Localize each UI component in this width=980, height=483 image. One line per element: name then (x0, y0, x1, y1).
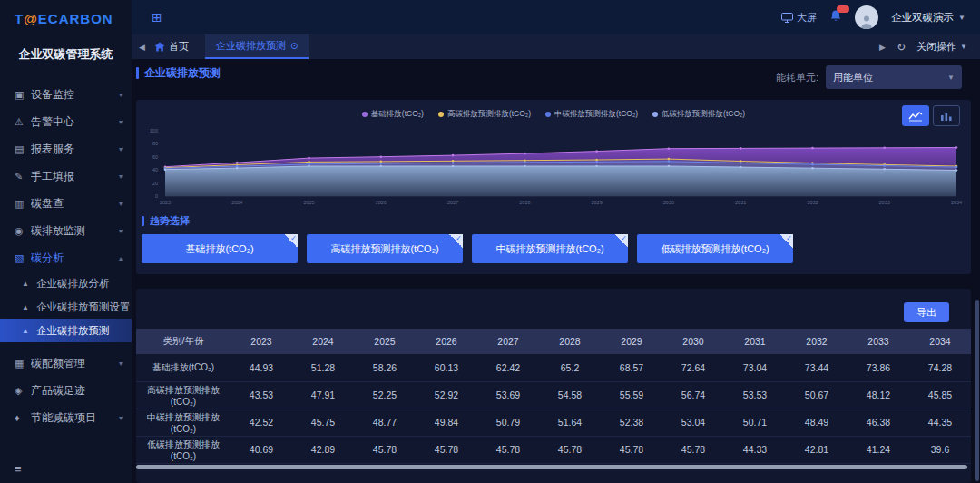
legend-dot-icon (362, 112, 368, 117)
svg-text:2026: 2026 (376, 200, 387, 205)
cell-value: 52.38 (601, 409, 662, 436)
sidebar-item[interactable]: ▥碳盘查▾ (0, 190, 132, 217)
sidebar-subitem[interactable]: ▲企业碳排放预测设置 (0, 295, 132, 319)
chart-legend: 基础排放(tCO₂)高碳排放预测排放(tCO₂)中碳排放预测排放(tCO₂)低碳… (136, 109, 971, 120)
big-screen-button[interactable]: 大屏 (781, 11, 817, 25)
sidebar-item[interactable]: ▤报表服务▾ (0, 135, 132, 163)
emission-monitor-icon: ◉ (15, 225, 31, 237)
column-header-year: 2024 (292, 329, 354, 354)
sidebar-menu: ▣设备监控▾⚠告警中心▾▤报表服务▾✎手工填报▾▥碳盘查▾◉碳排放监测▾▧碳分析… (0, 81, 132, 431)
sidebar-item-label: 碳配额管理 (31, 356, 119, 371)
checkmark-icon: ✓ (779, 234, 793, 248)
sidebar-item[interactable]: ♦节能减碳项目▾ (0, 404, 132, 431)
tabs-forward-arrow[interactable]: ▶ (879, 43, 886, 52)
cell-value: 73.04 (724, 354, 786, 381)
sidebar-subitem[interactable]: ▲企业碳排放预测 (0, 319, 132, 342)
table-row: 高碳排放预测排放(tCO₂)43.5347.9152.2552.9253.695… (136, 381, 971, 409)
svg-text:2025: 2025 (303, 200, 314, 205)
legend-label: 高碳排放预测排放(tCO₂) (447, 109, 531, 120)
export-button[interactable]: 导出 (904, 302, 949, 322)
sidebar-item[interactable]: ◉碳排放监测▾ (0, 217, 132, 244)
sidebar-item-label: 节能减碳项目 (31, 410, 119, 426)
chevron-down-icon: ▾ (119, 91, 122, 99)
tab-active[interactable]: 企业碳排放预测 ⊙ (205, 34, 309, 59)
close-operations-menu[interactable]: 关闭操作 ▼ (916, 40, 967, 54)
svg-text:40: 40 (152, 167, 158, 172)
legend-label: 中碳排放预测排放(tCO₂) (554, 109, 638, 120)
trend-buttons: 基础排放(tCO₂)✓高碳排放预测排放(tCO₂)✓中碳排放预测排放(tCO₂)… (142, 234, 793, 263)
triangle-icon: ▲ (22, 327, 36, 335)
notification-badge (837, 5, 849, 13)
sidebar-item-label: 设备监控 (31, 87, 119, 103)
sidebar-item[interactable]: ▦碳配额管理▾ (0, 350, 132, 377)
horizontal-scrollbar[interactable] (136, 465, 967, 469)
sidebar-item[interactable]: ✎手工填报▾ (0, 163, 132, 190)
table-header-row: 类别/年份20232024202520262027202820292030203… (136, 329, 971, 354)
bar-chart-toggle-button[interactable] (933, 105, 960, 126)
cell-value: 65.2 (539, 354, 601, 381)
quota-icon: ▦ (15, 358, 31, 370)
chevron-down-icon: ▼ (947, 74, 955, 82)
cell-value: 74.28 (909, 354, 971, 381)
avatar[interactable] (855, 5, 878, 29)
unit-select[interactable]: 用能单位 ▼ (826, 65, 962, 89)
sidebar-item-label: 手工填报 (31, 169, 119, 184)
trend-toggle-button[interactable]: 高碳排放预测排放(tCO₂)✓ (307, 234, 463, 263)
column-header-year: 2029 (601, 329, 662, 354)
collapse-menu-icon[interactable]: ⊞ (152, 10, 162, 25)
sidebar-item-label: 产品碳足迹 (31, 383, 122, 399)
table-row: 基础排放(tCO₂)44.9351.2858.2660.1362.4265.26… (136, 354, 971, 381)
home-icon (154, 42, 165, 52)
cell-value: 62.42 (477, 354, 539, 381)
sidebar-item[interactable]: ▧碳分析▴ (0, 244, 132, 271)
legend-item[interactable]: 基础排放(tCO₂) (362, 109, 424, 120)
line-chart-toggle-button[interactable] (902, 105, 929, 126)
tab-close-icon[interactable]: ⊙ (290, 41, 298, 51)
system-name: 企业双碳管理系统 (0, 46, 132, 63)
active-tab-label: 企业碳排放预测 (216, 39, 286, 53)
notifications-button[interactable] (829, 9, 842, 26)
row-label: 基础排放(tCO₂) (136, 354, 230, 381)
svg-text:100: 100 (150, 128, 158, 133)
column-header-year: 2032 (786, 329, 848, 354)
trend-button-label: 基础排放(tCO₂) (185, 242, 253, 256)
tab-home[interactable]: 首页 (154, 40, 189, 54)
legend-item[interactable]: 中碳排放预测排放(tCO₂) (545, 109, 638, 120)
sidebar-item[interactable]: ⚠告警中心▾ (0, 108, 132, 135)
sidebar-subitem[interactable]: ▲企业碳排放分析 (0, 271, 132, 295)
cell-value: 43.53 (230, 381, 292, 409)
cell-value: 52.25 (354, 381, 416, 409)
sidebar-item-label: 碳排放监测 (31, 223, 119, 239)
form-icon: ✎ (15, 171, 31, 182)
area-chart[interactable]: 0204060801002023202420252026202720282029… (142, 125, 965, 220)
unit-select-label: 能耗单元: (776, 71, 818, 84)
tabs-back-arrow[interactable]: ◀ (139, 43, 145, 52)
cell-value: 56.74 (662, 381, 724, 409)
cell-value: 73.86 (848, 354, 909, 381)
vertical-scrollbar[interactable] (975, 300, 979, 481)
refresh-icon[interactable]: ↻ (897, 41, 906, 54)
sidebar-item[interactable]: ▣设备监控▾ (0, 81, 132, 108)
trend-toggle-button[interactable]: 中碳排放预测排放(tCO₂)✓ (472, 234, 628, 263)
legend-label: 基础排放(tCO₂) (371, 109, 424, 120)
table-row: 中碳排放预测排放(tCO₂)42.5245.7548.7749.8450.795… (136, 409, 971, 436)
legend-item[interactable]: 低碳排放预测排放(tCO₂) (652, 109, 745, 120)
sidebar-item-label: 碳盘查 (31, 196, 119, 212)
cell-value: 45.78 (539, 436, 601, 463)
sidebar-subitem-label: 企业碳排放预测 (36, 324, 110, 338)
trend-section-label: 趋势选择 (142, 214, 190, 228)
trend-toggle-button[interactable]: 低碳排放预测排放(tCO₂)✓ (637, 234, 793, 263)
account-menu[interactable]: 企业双碳演示 ▼ (891, 11, 965, 25)
svg-text:2032: 2032 (807, 200, 818, 205)
cell-value: 51.28 (292, 354, 354, 381)
trend-toggle-button[interactable]: 基础排放(tCO₂)✓ (142, 234, 298, 263)
cell-value: 44.33 (724, 436, 786, 463)
chevron-down-icon: ▼ (958, 14, 965, 22)
sidebar-subitem-label: 企业碳排放预测设置 (36, 301, 131, 314)
chevron-down-icon: ▾ (119, 360, 122, 368)
cell-value: 50.79 (477, 409, 539, 436)
cell-value: 68.57 (601, 354, 662, 381)
sidebar-collapse-icon[interactable]: ≡ (15, 462, 22, 476)
sidebar-item[interactable]: ◈产品碳足迹 (0, 377, 132, 404)
legend-item[interactable]: 高碳排放预测排放(tCO₂) (438, 109, 531, 120)
